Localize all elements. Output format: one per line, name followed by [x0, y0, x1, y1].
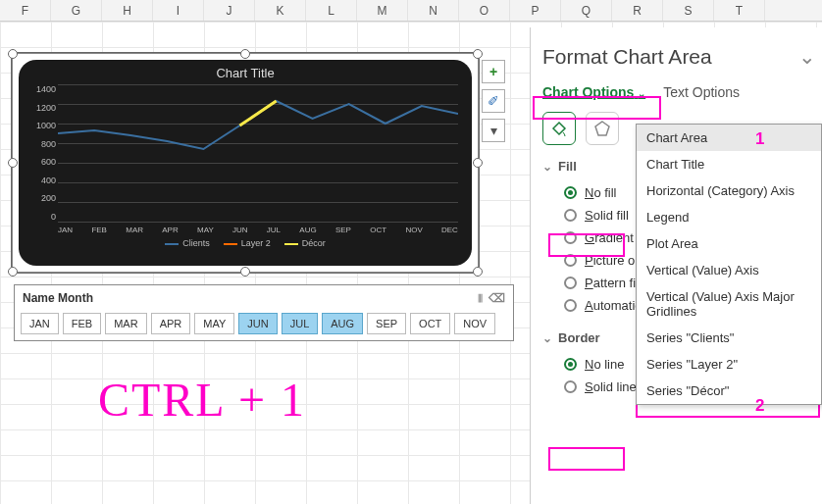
dropdown-item-legend[interactable]: Legend — [637, 204, 821, 230]
legend-layer-2[interactable]: Layer 2 — [224, 238, 271, 248]
col-header-T[interactable]: T — [714, 0, 765, 21]
chart-area[interactable]: Chart Title 0200400600800100012001400 JA… — [19, 60, 472, 266]
slicer-title: Name Month — [23, 291, 93, 305]
col-header-O[interactable]: O — [459, 0, 510, 21]
annotation-1: 1 — [755, 129, 764, 149]
legend-d-cor[interactable]: Décor — [284, 238, 326, 248]
col-header-I[interactable]: I — [153, 0, 204, 21]
slicer-clear-icon[interactable]: ⌫ — [488, 291, 505, 305]
y-axis: 0200400600800100012001400 — [26, 84, 56, 222]
dropdown-item-series-d-cor-[interactable]: Series "Décor" — [637, 378, 821, 404]
col-header-G[interactable]: G — [51, 0, 102, 21]
col-header-L[interactable]: L — [306, 0, 357, 21]
column-headers: FGHIJKLMNOPQRST — [0, 0, 822, 22]
dropdown-item-plot-area[interactable]: Plot Area — [637, 230, 821, 257]
annotation-2: 2 — [755, 396, 764, 416]
chart-svg — [58, 84, 458, 222]
resize-handle-sw[interactable] — [8, 267, 18, 277]
resize-handle-n[interactable] — [240, 49, 250, 59]
col-header-F[interactable]: F — [0, 0, 51, 21]
chart-styles-button[interactable]: ✐ — [482, 89, 505, 113]
col-header-R[interactable]: R — [612, 0, 663, 21]
resize-handle-e[interactable] — [473, 158, 483, 168]
slicer-item-mar[interactable]: MAR — [105, 313, 146, 334]
slicer-item-sep[interactable]: SEP — [367, 313, 406, 334]
shortcut-annotation: CTRL + 1 — [98, 373, 306, 427]
pane-expand-icon[interactable]: ⌄ — [798, 45, 816, 69]
slicer-item-may[interactable]: MAY — [194, 313, 234, 334]
dropdown-item-vertical-value-axis[interactable]: Vertical (Value) Axis — [637, 257, 821, 283]
svg-marker-0 — [595, 122, 609, 135]
legend-clients[interactable]: Clients — [165, 238, 210, 248]
plot-area[interactable]: 0200400600800100012001400 — [58, 84, 458, 222]
col-header-H[interactable]: H — [102, 0, 153, 21]
resize-handle-ne[interactable] — [473, 49, 483, 59]
slicer[interactable]: Name Month ⫴ ⌫ JANFEBMARAPRMAYJUNJULAUGS… — [14, 284, 514, 341]
col-header-J[interactable]: J — [204, 0, 255, 21]
col-header-K[interactable]: K — [255, 0, 306, 21]
slicer-item-jan[interactable]: JAN — [21, 313, 59, 334]
x-axis: JANFEBMARAPRMAYJUNJULAUGSEPOCTNOVDEC — [58, 226, 458, 234]
chart-options-tab[interactable]: Chart Options ⌄ — [542, 84, 645, 100]
paint-bucket-icon — [549, 119, 569, 138]
col-header-Q[interactable]: Q — [561, 0, 612, 21]
dropdown-item-chart-area[interactable]: Chart Area — [637, 125, 821, 151]
effects-tab-icon[interactable] — [586, 112, 619, 145]
slicer-item-oct[interactable]: OCT — [410, 313, 450, 334]
chart-title[interactable]: Chart Title — [26, 66, 464, 80]
text-options-tab[interactable]: Text Options — [663, 84, 740, 100]
plus-icon: + — [489, 64, 497, 79]
resize-handle-w[interactable] — [8, 158, 18, 168]
fill-line-tab-icon[interactable] — [542, 112, 576, 145]
chart-object[interactable]: Chart Title 0200400600800100012001400 JA… — [12, 53, 479, 273]
dropdown-item-horizontal-category-axis[interactable]: Horizontal (Category) Axis — [637, 177, 821, 204]
brush-icon: ✐ — [488, 93, 499, 109]
slicer-item-jun[interactable]: JUN — [238, 313, 277, 334]
legend[interactable]: ClientsLayer 2Décor — [26, 238, 464, 248]
chart-options-dropdown[interactable]: Chart AreaChart TitleHorizontal (Categor… — [636, 124, 822, 405]
slicer-item-aug[interactable]: AUG — [322, 313, 363, 334]
resize-handle-se[interactable] — [473, 267, 483, 277]
slicer-item-nov[interactable]: NOV — [454, 313, 495, 334]
col-header-M[interactable]: M — [357, 0, 408, 21]
pentagon-icon — [592, 119, 612, 138]
slicer-multiselect-icon[interactable]: ⫴ — [478, 291, 483, 305]
dropdown-item-chart-title[interactable]: Chart Title — [637, 151, 821, 177]
resize-handle-nw[interactable] — [8, 49, 18, 59]
pane-title: Format Chart Area — [542, 45, 712, 69]
slicer-items: JANFEBMARAPRMAYJUNJULAUGSEPOCTNOV — [17, 309, 511, 338]
resize-handle-s[interactable] — [240, 267, 250, 277]
slicer-item-feb[interactable]: FEB — [63, 313, 101, 334]
filter-icon: ▾ — [490, 123, 497, 138]
slicer-item-jul[interactable]: JUL — [282, 313, 319, 334]
slicer-item-apr[interactable]: APR — [151, 313, 191, 334]
chart-filters-button[interactable]: ▾ — [482, 119, 505, 142]
col-header-N[interactable]: N — [408, 0, 459, 21]
dropdown-item-series-clients-[interactable]: Series "Clients" — [637, 325, 821, 351]
col-header-P[interactable]: P — [510, 0, 561, 21]
col-header-S[interactable]: S — [663, 0, 714, 21]
dropdown-item-vertical-value-axis-major-gridlines[interactable]: Vertical (Value) Axis Major Gridlines — [637, 283, 821, 325]
chart-elements-button[interactable]: + — [482, 60, 505, 83]
dropdown-item-series-layer-2-[interactable]: Series "Layer 2" — [637, 351, 821, 378]
